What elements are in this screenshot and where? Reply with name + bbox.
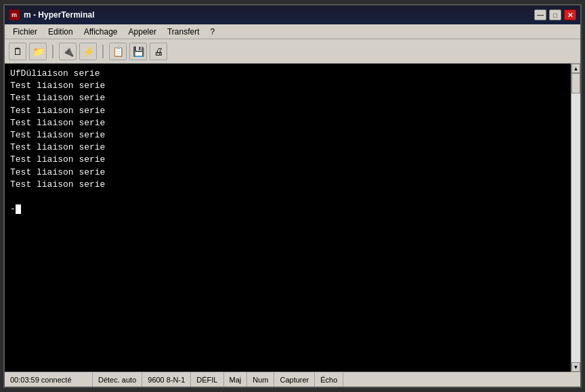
toolbar-save-button[interactable]: 💾	[129, 43, 147, 60]
menu-help[interactable]: ?	[205, 24, 221, 39]
scroll-down-button[interactable]: ▼	[571, 362, 580, 372]
menu-edition[interactable]: Edition	[43, 24, 79, 39]
status-time: 00:03:59 connecté	[5, 372, 93, 387]
scroll-up-button[interactable]: ▲	[571, 64, 580, 73]
toolbar-properties-button[interactable]: 📋	[109, 43, 127, 60]
status-capture: Capturer	[274, 372, 315, 387]
close-button[interactable]: ✕	[564, 9, 576, 20]
title-bar-left: m m - HyperTerminal	[9, 9, 94, 20]
toolbar-disconnect-button[interactable]: ⚡	[79, 43, 97, 60]
maximize-button[interactable]: □	[549, 9, 561, 20]
scroll-track[interactable]	[571, 73, 580, 362]
toolbar-new-button[interactable]: 🗒	[9, 43, 26, 60]
connect-icon: 🔌	[62, 46, 74, 57]
terminal-cursor	[16, 204, 21, 214]
status-echo: Écho	[315, 372, 343, 387]
menu-fichier[interactable]: Fichier	[7, 24, 43, 39]
hyperterminal-window: m m - HyperTerminal — □ ✕ Fichier Editio…	[3, 4, 582, 388]
status-num: Num	[247, 372, 274, 387]
print-icon: 🖨	[154, 46, 163, 57]
toolbar-print-button[interactable]: 🖨	[150, 43, 167, 60]
status-scroll: DÉFIL	[191, 372, 223, 387]
properties-icon: 📋	[112, 46, 124, 57]
minimize-button[interactable]: —	[534, 9, 546, 20]
toolbar-open-button[interactable]: 📁	[29, 43, 47, 60]
title-bar: m m - HyperTerminal — □ ✕	[5, 5, 580, 24]
scroll-thumb[interactable]	[571, 73, 580, 93]
toolbar: 🗒 📁 🔌 ⚡ 📋 💾 🖨	[5, 39, 580, 64]
new-icon: 🗒	[13, 46, 22, 57]
toolbar-separator-2	[102, 45, 104, 58]
terminal-area: UfDüliaison serie Test liaison serie Tes…	[5, 64, 580, 372]
menu-appeler[interactable]: Appeler	[123, 24, 162, 39]
status-maj: Maj	[224, 372, 248, 387]
app-icon: m	[9, 9, 20, 20]
app-icon-label: m	[12, 12, 17, 18]
menu-bar: Fichier Edition Affichage Appeler Transf…	[5, 24, 580, 39]
status-detection: Détec. auto	[93, 372, 142, 387]
toolbar-separator-1	[52, 45, 53, 58]
open-icon: 📁	[32, 46, 44, 57]
menu-transfert[interactable]: Transfert	[162, 24, 205, 39]
toolbar-connect-button[interactable]: 🔌	[59, 43, 77, 60]
terminal-content[interactable]: UfDüliaison serie Test liaison serie Tes…	[5, 64, 571, 372]
menu-affichage[interactable]: Affichage	[79, 24, 123, 39]
status-baud: 9600 8-N-1	[142, 372, 191, 387]
status-bar: 00:03:59 connecté Détec. auto 9600 8-N-1…	[5, 372, 580, 387]
window-title: m - HyperTerminal	[24, 10, 94, 20]
disconnect-icon: ⚡	[83, 46, 94, 57]
save-icon: 💾	[133, 46, 144, 57]
window-controls: — □ ✕	[534, 9, 576, 20]
vertical-scrollbar[interactable]: ▲ ▼	[571, 64, 580, 372]
